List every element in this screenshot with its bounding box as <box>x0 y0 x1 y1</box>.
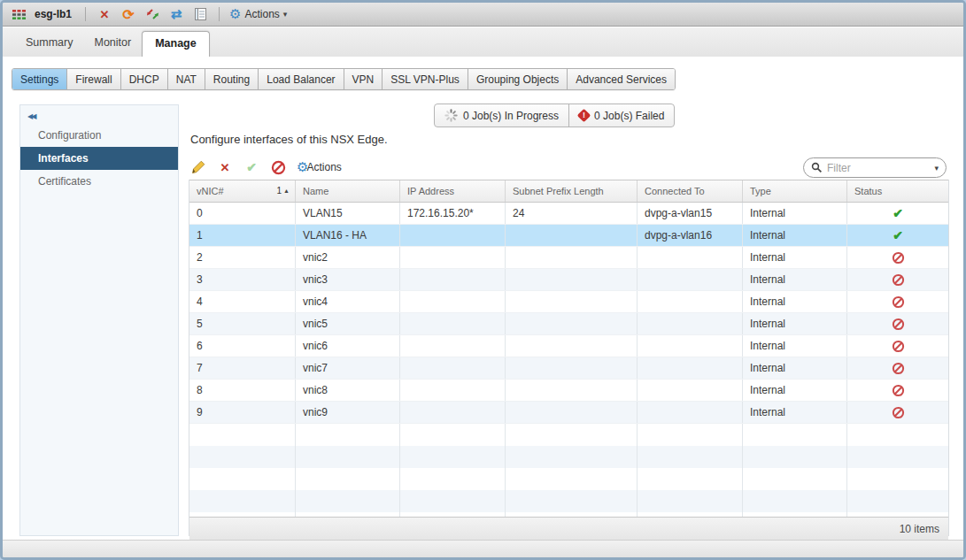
empty-cell <box>743 424 847 446</box>
table-row[interactable]: 1VLAN16 - HAdvpg-a-vlan16Internal✔ <box>189 225 948 247</box>
cell: vnic7 <box>296 357 400 379</box>
column-header-ip[interactable]: IP Address <box>400 180 506 202</box>
column-header-name[interactable]: Name <box>296 180 400 202</box>
grid-toolbar: ✕ ✔ ⚙ Actions <box>190 157 342 178</box>
column-header-type[interactable]: Type <box>743 180 847 202</box>
sidebar-collapse-icon[interactable]: ◀◀ <box>20 105 178 124</box>
redeploy-arrows-icon[interactable] <box>143 5 161 23</box>
empty-cell <box>506 424 638 446</box>
cell: 5 <box>189 313 296 334</box>
notes-icon[interactable] <box>191 5 209 23</box>
cell <box>400 313 506 334</box>
cell: vnic6 <box>296 335 400 357</box>
cell: 0 <box>189 203 296 224</box>
table-row[interactable]: 0VLAN15172.16.15.20*24dvpg-a-vlan15Inter… <box>189 203 948 225</box>
jobs-in-progress-button[interactable]: 0 Job(s) In Progress <box>435 104 568 127</box>
table-body: 0VLAN15172.16.15.20*24dvpg-a-vlan15Inter… <box>189 203 948 512</box>
tab-summary[interactable]: Summary <box>15 30 83 57</box>
titlebar: esg-lb1 ✕ ⟳ ⇄ ⚙ Actions ▾ <box>3 3 963 27</box>
subtab-load-balancer[interactable]: Load Balancer <box>259 69 344 89</box>
grid-actions-menu[interactable]: ⚙ Actions <box>297 159 342 175</box>
interfaces-table: vNIC# 1 ▲ Name IP Address Subnet Prefix … <box>189 180 949 536</box>
cell: VLAN16 - HA <box>296 225 400 246</box>
table-row[interactable]: 8vnic8Internal <box>189 380 948 402</box>
empty-cell <box>189 424 296 446</box>
empty-cell <box>400 446 506 468</box>
jobs-failed-button[interactable]: ! 0 Job(s) Failed <box>568 104 674 127</box>
cell <box>400 247 506 268</box>
table-row[interactable]: 5vnic5Internal <box>189 313 948 335</box>
subtab-settings[interactable]: Settings <box>12 69 67 89</box>
cell <box>400 269 506 290</box>
sidebar-item-configuration[interactable]: Configuration <box>20 124 178 147</box>
subtab-routing[interactable]: Routing <box>205 69 259 89</box>
status-disconnected-icon <box>847 247 948 268</box>
cell: 3 <box>189 269 296 290</box>
empty-cell <box>638 424 743 446</box>
subtab-advanced-services[interactable]: Advanced Services <box>568 69 675 89</box>
empty-cell <box>743 490 847 512</box>
subtab-dhcp[interactable]: DHCP <box>121 69 168 89</box>
cell: 4 <box>189 291 296 312</box>
actions-label: Actions <box>244 8 279 20</box>
table-row[interactable]: 4vnic4Internal <box>189 291 948 313</box>
delete-x-icon[interactable]: ✕ <box>217 159 233 175</box>
empty-cell <box>189 446 296 468</box>
table-row[interactable]: 3vnic3Internal <box>189 269 948 291</box>
subtab-vpn[interactable]: VPN <box>344 69 383 89</box>
table-filler-row <box>189 446 948 468</box>
cell <box>400 291 506 312</box>
disconnect-icon[interactable] <box>270 159 286 175</box>
cell: Internal <box>743 380 847 401</box>
column-header-prefix[interactable]: Subnet Prefix Length <box>506 180 638 202</box>
tab-manage[interactable]: Manage <box>142 31 210 58</box>
sidebar-item-interfaces[interactable]: Interfaces <box>20 147 178 170</box>
cell <box>506 247 638 268</box>
empty-cell <box>189 468 296 490</box>
cell: Internal <box>743 225 847 246</box>
subtab-firewall[interactable]: Firewall <box>67 69 120 89</box>
empty-cell <box>847 490 948 512</box>
table-row[interactable]: 7vnic7Internal <box>189 357 948 380</box>
cell <box>638 402 743 423</box>
divider <box>219 7 220 21</box>
cell: dvpg-a-vlan15 <box>638 203 743 224</box>
sidebar-item-certificates[interactable]: Certificates <box>20 170 178 193</box>
edit-pencil-icon[interactable] <box>190 159 206 175</box>
connect-check-icon[interactable]: ✔ <box>243 159 259 175</box>
tab-monitor[interactable]: Monitor <box>83 30 142 57</box>
cell <box>638 357 743 379</box>
status-connected-icon: ✔ <box>847 225 948 246</box>
cell: vnic4 <box>296 291 400 312</box>
subtab-ssl-vpn-plus[interactable]: SSL VPN-Plus <box>383 69 468 89</box>
titlebar-actions-menu[interactable]: ⚙ Actions ▾ <box>229 6 287 22</box>
table-row[interactable]: 6vnic6Internal <box>189 335 948 357</box>
jobs-status-group: 0 Job(s) In Progress ! 0 Job(s) Failed <box>434 104 675 127</box>
nsx-edge-window: esg-lb1 ✕ ⟳ ⇄ ⚙ Actions ▾ <box>0 0 966 560</box>
cell <box>638 380 743 401</box>
table-row[interactable]: 9vnic9Internal <box>189 402 948 424</box>
cell: VLAN15 <box>296 203 400 224</box>
cell <box>506 313 638 334</box>
column-header-connected-to[interactable]: Connected To <box>638 180 743 202</box>
cell <box>506 269 638 290</box>
subtab-nat[interactable]: NAT <box>168 69 205 89</box>
empty-cell <box>847 446 948 468</box>
empty-cell <box>638 468 743 490</box>
filter-input[interactable] <box>827 162 930 174</box>
cell <box>638 247 743 268</box>
column-header-status[interactable]: Status <box>847 180 948 202</box>
cell: 2 <box>189 247 296 268</box>
subtab-grouping-objects[interactable]: Grouping Objects <box>468 69 568 89</box>
refresh-icon[interactable]: ⟳ <box>120 5 137 23</box>
cell: Internal <box>743 357 847 379</box>
force-sync-icon[interactable]: ⇄ <box>167 5 185 23</box>
window-title: esg-lb1 <box>35 8 72 20</box>
content-area: SettingsFirewallDHCPNATRoutingLoad Balan… <box>3 57 963 540</box>
column-header-vnic[interactable]: vNIC# 1 ▲ <box>189 180 296 202</box>
filter-caret-icon[interactable]: ▾ <box>934 164 939 173</box>
empty-cell <box>400 490 506 512</box>
empty-cell <box>296 490 400 512</box>
table-row[interactable]: 2vnic2Internal <box>189 247 948 269</box>
delete-icon[interactable]: ✕ <box>96 5 113 23</box>
